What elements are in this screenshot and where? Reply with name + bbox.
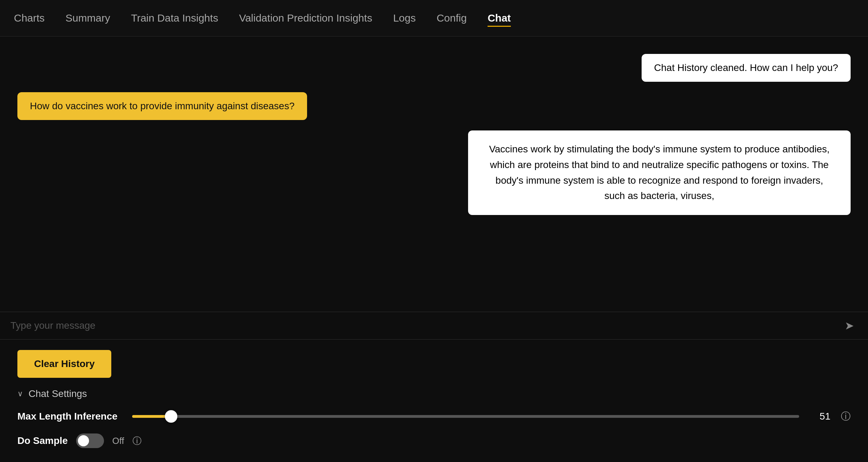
send-button[interactable]: ➤ xyxy=(841,316,858,336)
do-sample-label: Do Sample xyxy=(17,435,68,446)
main-content: Chat History cleaned. How can I help you… xyxy=(0,37,868,462)
chat-input[interactable] xyxy=(10,317,841,335)
nav-item-summary[interactable]: Summary xyxy=(65,9,110,27)
do-sample-row: Do Sample Off ⓘ xyxy=(17,433,851,448)
do-sample-info-icon[interactable]: ⓘ xyxy=(132,435,142,447)
clear-history-button[interactable]: Clear History xyxy=(17,350,111,378)
nav-item-charts[interactable]: Charts xyxy=(14,9,45,27)
chat-settings-label: Chat Settings xyxy=(29,388,87,399)
bottom-panel: Clear History ∨ Chat Settings Max Length… xyxy=(0,340,868,462)
chat-settings-header[interactable]: ∨ Chat Settings xyxy=(17,388,851,399)
msg-system: Chat History cleaned. How can I help you… xyxy=(642,54,851,82)
max-length-row: Max Length Inference 51 ⓘ xyxy=(17,410,851,423)
toggle-slider xyxy=(76,433,104,448)
max-length-slider[interactable] xyxy=(132,415,799,418)
nav-item-validation-prediction-insights[interactable]: Validation Prediction Insights xyxy=(239,9,372,27)
max-length-info-icon[interactable]: ⓘ xyxy=(841,410,851,423)
input-row: ➤ xyxy=(0,312,868,340)
send-icon: ➤ xyxy=(845,319,854,332)
nav-item-config[interactable]: Config xyxy=(436,9,467,27)
max-length-value: 51 xyxy=(810,411,830,422)
msg-user: How do vaccines work to provide immunity… xyxy=(17,92,307,120)
chat-area: Chat History cleaned. How can I help you… xyxy=(0,37,868,312)
nav-item-train-data-insights[interactable]: Train Data Insights xyxy=(131,9,218,27)
nav-item-chat[interactable]: Chat xyxy=(488,9,511,27)
do-sample-off-label: Off xyxy=(112,436,124,446)
nav-bar: Charts Summary Train Data Insights Valid… xyxy=(0,0,868,37)
nav-item-logs[interactable]: Logs xyxy=(393,9,416,27)
do-sample-toggle[interactable] xyxy=(76,433,104,448)
msg-assistant: Vaccines work by stimulating the body's … xyxy=(468,130,851,215)
chevron-down-icon: ∨ xyxy=(17,389,23,398)
max-length-label: Max Length Inference xyxy=(17,411,122,422)
slider-container: 51 xyxy=(132,411,830,422)
